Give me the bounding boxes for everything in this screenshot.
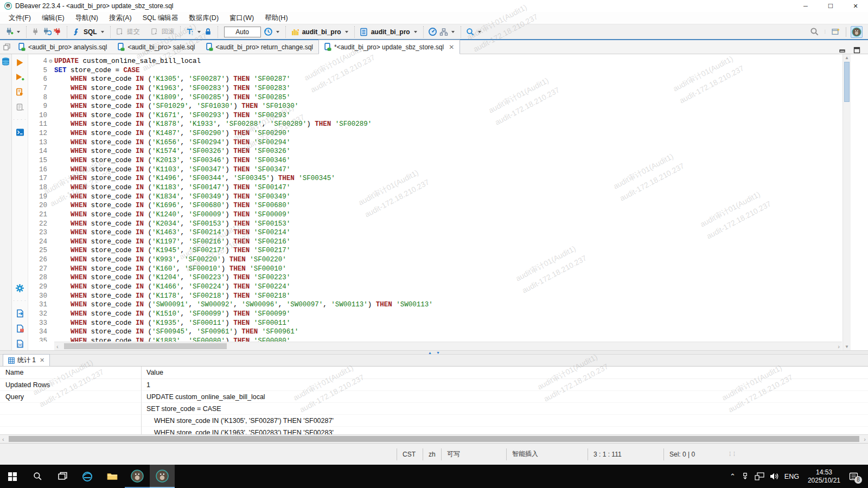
volume-tray-icon[interactable] <box>770 472 779 480</box>
line-number: 7 <box>28 84 54 93</box>
menu-item-0[interactable]: 文件(F) <box>3 12 36 24</box>
quick-search-icon[interactable] <box>809 27 820 37</box>
taskbar-clock[interactable]: 14:53 2025/10/21 <box>808 468 840 485</box>
maximize-button[interactable]: ☐ <box>818 0 843 12</box>
editor-horizontal-scrollbar[interactable]: ‹ › <box>54 342 842 350</box>
stats-horizontal-scrollbar[interactable]: ‹ › <box>0 434 868 443</box>
language-indicator[interactable]: ENG <box>784 473 799 480</box>
editor-area: · · · · · · · · ! (w) 4⊖5678910111213141… <box>0 54 868 350</box>
execute-statement-icon[interactable] <box>16 59 24 67</box>
sql-editor-label[interactable]: SQL <box>84 28 97 36</box>
search-dropdown[interactable] <box>478 31 481 33</box>
sql-console-icon[interactable] <box>16 128 24 137</box>
file-explorer-icon[interactable] <box>100 465 125 488</box>
commit-button[interactable]: 提交 <box>127 27 140 36</box>
menu-item-1[interactable]: 编辑(E) <box>36 12 70 24</box>
line-number: 11 <box>28 120 54 129</box>
ehscroll-thumb[interactable] <box>64 343 227 349</box>
minimize-button[interactable]: ─ <box>793 0 818 12</box>
start-button[interactable] <box>0 465 25 488</box>
menu-item-6[interactable]: 窗口(W) <box>224 12 259 24</box>
stats-table: Name Value Updated Rows1QueryUPDATE cust… <box>0 367 868 434</box>
export-result-icon[interactable] <box>16 309 24 318</box>
vscroll-thumb[interactable] <box>844 62 850 102</box>
execute-script-icon[interactable] <box>16 88 24 97</box>
line-number: 13 <box>28 138 54 147</box>
tray-chevron-up-icon[interactable]: ⌃ <box>730 472 736 480</box>
maximize-view-icon[interactable] <box>853 47 860 54</box>
svg-text:(w): (w) <box>17 343 22 347</box>
editor-tab-3[interactable]: *<audit_bi_pro> update_sbz_store.sql✕ <box>318 40 460 54</box>
code-line: WHEN store_code IN ('K1574', 'SF00326') … <box>54 147 842 156</box>
internet-explorer-icon[interactable] <box>75 465 100 488</box>
editor-vertical-scrollbar[interactable]: ▲ ▼ <box>843 54 851 350</box>
connection-selector[interactable]: audit_bi_pro <box>302 28 341 36</box>
usb-tray-icon[interactable] <box>741 472 749 480</box>
tx-mode-select[interactable]: Auto <box>224 27 261 37</box>
dbeaver-perspective-button[interactable] <box>851 26 863 38</box>
script-variables-icon[interactable]: (w) <box>16 339 24 348</box>
history-icon[interactable] <box>263 27 274 37</box>
stats-row[interactable]: Updated Rows1 <box>0 379 868 391</box>
minimize-view-icon[interactable] <box>839 47 846 54</box>
explain-plan-icon[interactable] <box>16 103 24 112</box>
task-view-icon[interactable] <box>50 465 75 488</box>
stats-tab-close-icon[interactable]: ✕ <box>40 357 44 364</box>
menu-item-3[interactable]: 搜索(A) <box>104 12 137 24</box>
close-button[interactable]: ✕ <box>843 0 868 12</box>
restore-panel-icon[interactable] <box>0 40 13 54</box>
disconnect-icon[interactable] <box>52 27 63 37</box>
editor-tab-0[interactable]: <audit_bi_pro> analysis.sql <box>13 40 112 54</box>
action-center-icon[interactable]: 8 <box>849 472 858 481</box>
database-navigator-icon[interactable] <box>1 57 10 66</box>
editor-tab-1[interactable]: <audit_bi_pro> sale.sql <box>112 40 200 54</box>
menu-item-2[interactable]: 导航(N) <box>70 12 104 24</box>
dbeaver-taskbar-icon-active[interactable] <box>150 465 175 488</box>
sql-editor-dropdown[interactable] <box>101 31 104 33</box>
new-connection-icon[interactable] <box>4 27 15 37</box>
execute-new-tab-icon[interactable] <box>16 73 24 81</box>
transaction-mode-dropdown[interactable] <box>197 31 201 33</box>
stats-row[interactable]: WHEN store_code IN ('K1305', 'SF00287') … <box>0 415 868 427</box>
connection-dropdown[interactable] <box>345 31 348 33</box>
rollback-button[interactable]: 回滚 <box>162 27 175 36</box>
dbeaver-taskbar-icon[interactable] <box>125 465 150 488</box>
stats-col-name[interactable]: Name <box>0 369 141 376</box>
transaction-mode-icon[interactable] <box>184 27 195 37</box>
stats-tab[interactable]: 统计 1 ✕ <box>3 354 50 366</box>
sql-code-editor[interactable]: UPDATE custom_online_sale_bill_localSET … <box>54 54 842 342</box>
stats-col-value[interactable]: Value <box>141 369 868 376</box>
history-dropdown[interactable] <box>276 31 279 33</box>
editor-tab-2[interactable]: <audit_bi_pro> return_change.sql <box>201 40 318 54</box>
settings-gear-icon[interactable] <box>15 284 24 293</box>
panel-splitter[interactable]: ▲▼ <box>0 350 868 355</box>
taskbar-search-icon[interactable] <box>25 465 50 488</box>
save-file-error-icon[interactable]: ! <box>16 324 24 333</box>
stats-hscroll-thumb[interactable] <box>9 436 859 442</box>
code-line: WHEN store_code IN ('K1963', 'SF00283') … <box>54 84 842 93</box>
search-icon[interactable] <box>465 27 476 37</box>
dashboard-icon[interactable] <box>427 27 438 37</box>
code-line: WHEN store_code IN ('K2034', 'SF00153') … <box>54 220 842 229</box>
open-perspective-icon[interactable] <box>831 27 841 37</box>
menu-item-7[interactable]: 帮助(H) <box>259 12 293 24</box>
connect-icon[interactable] <box>30 27 41 37</box>
line-number: 29 <box>28 282 54 292</box>
code-line: WHEN store_code IN ('K160', 'SF00010') T… <box>54 265 842 274</box>
menu-item-4[interactable]: SQL 编辑器 <box>137 12 184 24</box>
sql-editor-icon[interactable] <box>71 27 82 37</box>
stats-row[interactable]: WHEN store_code IN ('K1963', 'SF00283') … <box>0 427 868 434</box>
network-tray-icon[interactable] <box>755 472 764 480</box>
menu-item-5[interactable]: 数据库(D) <box>183 12 224 24</box>
stats-row[interactable]: QueryUPDATE custom_online_sale_bill_loca… <box>0 391 868 403</box>
status-cell-4: 3 : 1 : 111 <box>588 448 663 460</box>
lock-icon[interactable] <box>203 27 214 37</box>
reconnect-icon[interactable] <box>41 27 52 37</box>
new-connection-dropdown[interactable] <box>17 31 20 33</box>
schema-selector[interactable]: audit_bi_pro <box>371 28 410 36</box>
tasks-icon[interactable] <box>438 27 449 37</box>
tasks-dropdown[interactable] <box>451 31 455 33</box>
stats-row[interactable]: SET store_code = CASE <box>0 403 868 415</box>
schema-dropdown[interactable] <box>414 31 417 33</box>
tab-close-icon[interactable]: ✕ <box>449 43 454 51</box>
